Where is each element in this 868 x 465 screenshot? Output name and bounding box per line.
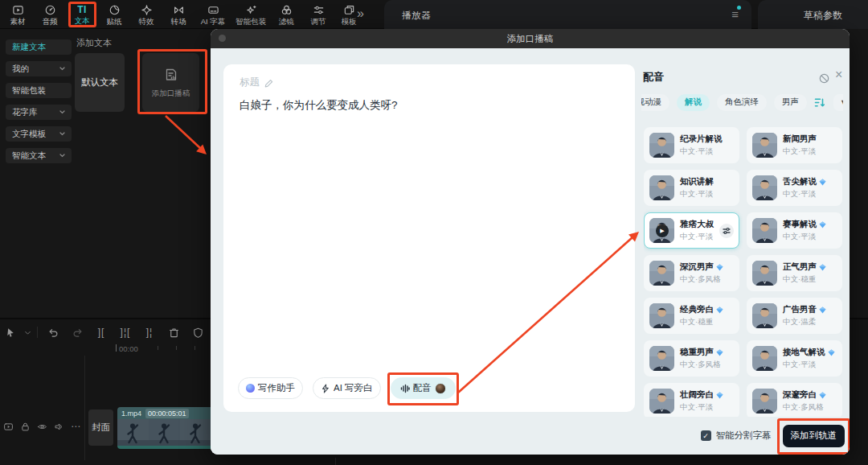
tab-smart-package[interactable]: 智能包装 bbox=[231, 4, 270, 26]
sidebar-item-mine[interactable]: 我的 bbox=[6, 61, 72, 76]
voice-name: 稳重男声 bbox=[680, 347, 714, 358]
volume-icon[interactable] bbox=[51, 422, 68, 432]
sticker-icon bbox=[108, 4, 121, 16]
voice-mini-avatar bbox=[435, 383, 446, 394]
tab-transitions[interactable]: 转场 bbox=[162, 4, 194, 26]
voice-card[interactable]: 深沉男声 中文·多风格 bbox=[644, 255, 739, 291]
voice-desc: 中文·温柔 bbox=[783, 317, 826, 327]
tab-film-animation[interactable]: 影视动漫 bbox=[641, 94, 669, 111]
app-window: 素材 音频 TI 文本 贴纸 特效 转场 bbox=[0, 0, 868, 465]
more-icon[interactable]: ⋯ bbox=[68, 421, 84, 432]
cursor-mode-chevron-icon[interactable] bbox=[21, 329, 34, 336]
voice-avatar bbox=[752, 303, 777, 328]
tab-filters[interactable]: 滤镜 bbox=[270, 4, 302, 26]
split-keep-left-icon[interactable]: ]¦[ bbox=[113, 327, 137, 338]
voice-name: 经典旁白 bbox=[680, 304, 714, 315]
writer-assistant-button[interactable]: 写作助手 bbox=[238, 377, 303, 399]
voiceover-button[interactable]: 配音 bbox=[391, 377, 456, 399]
smart-split-checkbox[interactable]: ✓ bbox=[701, 430, 711, 441]
tab-text[interactable]: TI 文本 bbox=[66, 5, 98, 25]
voice-card[interactable]: 壮阔旁白 中文·平淡 bbox=[644, 383, 739, 417]
voice-card[interactable]: 正气男声 中文·稳重 bbox=[747, 255, 842, 291]
voice-name: 广告男音 bbox=[783, 304, 817, 315]
diamond-vip-icon bbox=[716, 307, 723, 314]
draft-params-title: 草稿参数 bbox=[804, 9, 842, 23]
text-icon: TI bbox=[77, 5, 87, 15]
voice-card[interactable]: ▶ 雅痞大叔 中文·平淡 bbox=[644, 212, 739, 249]
voice-card[interactable]: 纪录片解说 中文·平淡 bbox=[644, 127, 739, 163]
split-keep-right-icon[interactable]: ]¦ bbox=[137, 327, 162, 338]
voice-avatar bbox=[649, 261, 674, 286]
sidebar-item-smart-package[interactable]: 智能包装 bbox=[6, 83, 72, 98]
transitions-icon bbox=[173, 4, 185, 16]
window-control-dot[interactable] bbox=[219, 35, 226, 42]
delete-icon[interactable] bbox=[162, 327, 186, 339]
tab-media[interactable]: 素材 bbox=[2, 4, 34, 26]
script-text-area[interactable]: 白娘子，你为什么要变成人类呀? bbox=[240, 97, 617, 113]
caret-down-icon[interactable]: ▼ bbox=[833, 94, 843, 111]
tab-adjust[interactable]: 调节 bbox=[302, 4, 334, 26]
script-title-row[interactable]: 标题 bbox=[240, 76, 274, 89]
tune-icon[interactable] bbox=[719, 224, 734, 238]
sidebar-item-smart-text[interactable]: 智能文本 bbox=[6, 148, 72, 163]
text-sidebar: 新建文本 我的 智能包装 花字库 文字模板 智能文本 bbox=[6, 39, 72, 163]
voice-name: 深沉男声 bbox=[680, 261, 714, 273]
tab-narration[interactable]: 解说 bbox=[677, 94, 710, 111]
tab-role-play[interactable]: 角色演绎 bbox=[717, 94, 767, 111]
mask-icon[interactable] bbox=[186, 327, 210, 339]
ai-captions-icon bbox=[207, 4, 219, 16]
filter-sort-icon[interactable] bbox=[814, 97, 826, 108]
video-clip[interactable]: 1.mp4 00:00:05:01 bbox=[117, 407, 211, 449]
player-panel-header: 播放器 ≡ bbox=[384, 0, 751, 29]
dialog-header: 添加口播稿 bbox=[211, 29, 850, 48]
eye-icon[interactable] bbox=[34, 422, 51, 432]
add-to-track-button[interactable]: 添加到轨道 bbox=[783, 425, 845, 447]
expand-chevron-icon[interactable]: » bbox=[357, 6, 364, 22]
voice-desc: 中文·平淡 bbox=[680, 189, 714, 200]
sidebar-item-new-text[interactable]: 新建文本 bbox=[6, 39, 72, 55]
voice-card[interactable]: 经典旁白 中文·稳重 bbox=[644, 298, 739, 334]
tab-audio[interactable]: 音频 bbox=[34, 4, 66, 26]
voice-name: 新闻男声 bbox=[783, 134, 817, 145]
top-toolbar: 素材 音频 TI 文本 贴纸 特效 转场 bbox=[0, 0, 868, 29]
edit-pencil-icon[interactable] bbox=[264, 78, 274, 88]
tab-stickers[interactable]: 贴纸 bbox=[98, 4, 130, 26]
cover-button[interactable]: 封面 bbox=[88, 409, 113, 446]
filters-icon bbox=[280, 4, 293, 16]
ban-icon[interactable] bbox=[819, 73, 829, 84]
close-icon[interactable]: × bbox=[835, 68, 842, 81]
add-voiceover-script-card[interactable]: 添加口播稿 bbox=[142, 53, 199, 112]
sidebar-item-fancy-text[interactable]: 花字库 bbox=[6, 105, 72, 120]
voice-card[interactable]: 舌尖解说 中文·平淡 bbox=[747, 170, 842, 206]
tab-male-voice[interactable]: 男声 bbox=[774, 94, 807, 111]
select-cursor-icon[interactable] bbox=[0, 327, 21, 339]
toolbar-tools: 素材 音频 TI 文本 贴纸 特效 转场 bbox=[2, 0, 363, 29]
script-editor-card: 标题 白娘子，你为什么要变成人类呀? 写作助手 AI 写旁白 配音 bbox=[223, 64, 635, 412]
play-icon[interactable]: ▶ bbox=[656, 224, 669, 237]
default-text-card[interactable]: 默认文本 bbox=[75, 53, 125, 112]
audio-icon bbox=[44, 4, 56, 16]
voice-card[interactable]: 广告男音 中文·温柔 bbox=[747, 298, 842, 334]
voice-card[interactable]: 赛事解说 中文·平淡 bbox=[747, 212, 842, 249]
lock-icon[interactable] bbox=[17, 422, 34, 432]
voice-card[interactable]: 深邃旁白 中文·多风格 bbox=[747, 383, 842, 417]
voice-card[interactable]: 知识讲解 中文·平淡 bbox=[644, 170, 739, 206]
clip-thumb-person bbox=[117, 419, 149, 446]
split-icon[interactable]: ][ bbox=[89, 327, 113, 338]
sidebar-item-text-templates[interactable]: 文字模板 bbox=[6, 126, 72, 142]
diamond-vip-icon bbox=[819, 179, 826, 186]
voice-desc: 中文·平淡 bbox=[680, 232, 714, 242]
voice-name: 知识讲解 bbox=[680, 176, 714, 187]
undo-icon[interactable] bbox=[41, 327, 65, 339]
tab-effects[interactable]: 特效 bbox=[130, 4, 162, 26]
voice-name: 纪录片解说 bbox=[680, 134, 723, 145]
voice-card[interactable]: 稳重男声 中文·多风格 bbox=[644, 340, 739, 377]
diamond-vip-icon bbox=[819, 307, 826, 314]
ai-narration-button[interactable]: AI 写旁白 bbox=[313, 377, 381, 399]
voice-card[interactable]: 接地气解说 中文·平淡 bbox=[747, 340, 842, 377]
redo-icon[interactable] bbox=[65, 327, 89, 339]
tab-ai-captions[interactable]: AI 字幕 bbox=[194, 4, 231, 26]
voice-card[interactable]: 新闻男声 中文·平淡 bbox=[747, 127, 842, 163]
track-video-icon[interactable] bbox=[0, 422, 17, 432]
menu-icon[interactable]: ≡ bbox=[731, 8, 739, 20]
